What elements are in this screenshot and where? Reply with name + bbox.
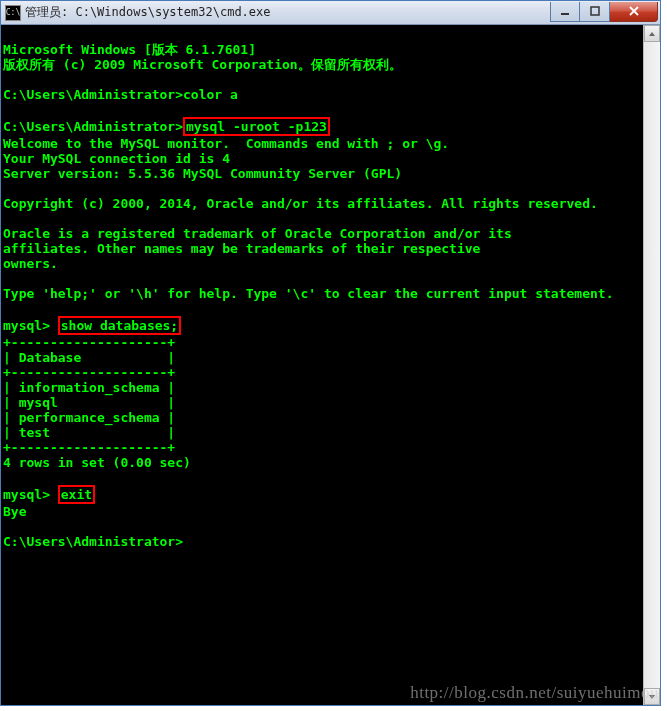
prompt: C:\Users\Administrator> xyxy=(3,119,183,134)
output-line: affiliates. Other names may be trademark… xyxy=(3,241,480,256)
scroll-up-button[interactable] xyxy=(644,25,660,42)
title-bar[interactable]: C:\ 管理员: C:\Windows\system32\cmd.exe xyxy=(1,1,660,25)
highlighted-command: mysql -uroot -p123 xyxy=(183,117,330,136)
watermark-text: http://blog.csdn.net/suiyuehuimou xyxy=(410,683,659,703)
output-line: Oracle is a registered trademark of Orac… xyxy=(3,226,512,241)
prompt: C:\Users\Administrator> xyxy=(3,87,183,102)
highlighted-command: show databases; xyxy=(58,316,181,335)
scroll-track[interactable] xyxy=(644,42,660,688)
table-border: +--------------------+ xyxy=(3,440,175,455)
output-line: Welcome to the MySQL monitor. Commands e… xyxy=(3,136,449,151)
table-row: | information_schema | xyxy=(3,380,175,395)
output-line: 4 rows in set (0.00 sec) xyxy=(3,455,191,470)
table-border: +--------------------+ xyxy=(3,335,175,350)
table-border: +--------------------+ xyxy=(3,365,175,380)
mysql-prompt: mysql> xyxy=(3,318,58,333)
maximize-icon xyxy=(590,6,600,16)
highlighted-command: exit xyxy=(58,485,95,504)
svg-rect-0 xyxy=(561,13,569,15)
prompt-line: C:\Users\Administrator>color a xyxy=(3,87,238,102)
table-row: | mysql | xyxy=(3,395,175,410)
scrollbar[interactable] xyxy=(643,25,660,705)
svg-marker-4 xyxy=(649,32,655,36)
cmd-window: C:\ 管理员: C:\Windows\system32\cmd.exe Mic… xyxy=(0,0,661,706)
output-line: Server version: 5.5.36 MySQL Community S… xyxy=(3,166,402,181)
window-title: 管理员: C:\Windows\system32\cmd.exe xyxy=(25,4,550,21)
output-line: Type 'help;' or '\h' for help. Type '\c'… xyxy=(3,286,613,301)
minimize-button[interactable] xyxy=(550,2,580,22)
terminal-output[interactable]: Microsoft Windows [版本 6.1.7601] 版权所有 (c)… xyxy=(1,25,660,705)
table-row: | performance_schema | xyxy=(3,410,175,425)
table-row: | test | xyxy=(3,425,175,440)
output-line: Bye xyxy=(3,504,26,519)
minimize-icon xyxy=(560,6,570,16)
table-header: | Database | xyxy=(3,350,175,365)
output-line: Your MySQL connection id is 4 xyxy=(3,151,230,166)
svg-rect-1 xyxy=(591,7,599,15)
chevron-up-icon xyxy=(648,30,656,38)
prompt-line: mysql> show databases; xyxy=(3,318,181,333)
window-controls xyxy=(550,2,658,22)
output-line: Copyright (c) 2000, 2014, Oracle and/or … xyxy=(3,196,598,211)
mysql-prompt: mysql> xyxy=(3,487,58,502)
output-line: 版权所有 (c) 2009 Microsoft Corporation。保留所有… xyxy=(3,57,402,72)
output-line: owners. xyxy=(3,256,58,271)
prompt-line: C:\Users\Administrator> xyxy=(3,534,183,549)
prompt-line: mysql> exit xyxy=(3,487,95,502)
output-line: Microsoft Windows [版本 6.1.7601] xyxy=(3,42,256,57)
close-button[interactable] xyxy=(610,2,658,22)
window-icon: C:\ xyxy=(5,5,21,21)
maximize-button[interactable] xyxy=(580,2,610,22)
prompt-line: C:\Users\Administrator>mysql -uroot -p12… xyxy=(3,119,330,134)
command: color a xyxy=(183,87,238,102)
close-icon xyxy=(628,5,640,17)
